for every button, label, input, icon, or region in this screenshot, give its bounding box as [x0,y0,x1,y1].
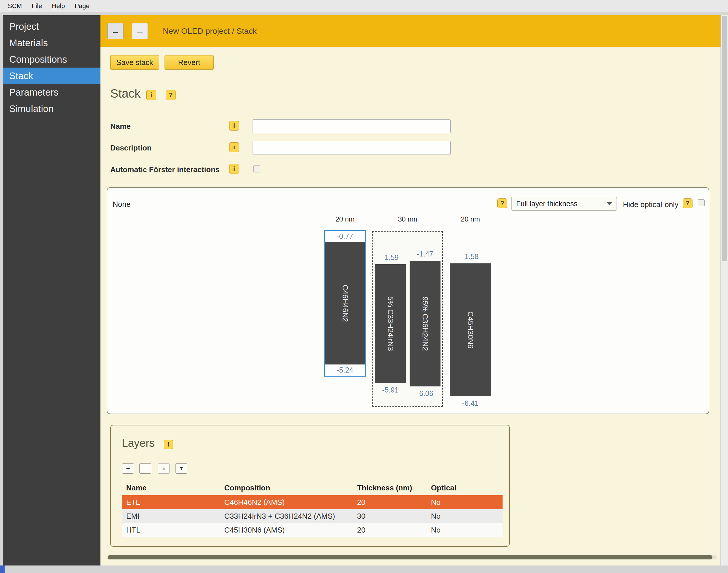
remove-layer-button[interactable]: - [139,463,151,474]
cell-optical: No [431,526,503,535]
energy-bottom-label-emi-host: -6.06 [410,389,441,398]
layers-panel: Layers i + - ▲ ▼ Name Composition Thickn… [110,425,510,547]
layers-info-icon[interactable]: i [164,440,173,449]
thickness-label-emi: 30 nm [372,215,443,223]
thickness-mode-value: Full layer thickness [516,200,578,208]
vertical-scrollbar-thumb[interactable] [722,16,727,261]
hide-optical-help-icon[interactable]: ? [683,198,692,208]
header-composition: Composition [224,483,357,492]
cell-optical: No [431,498,503,507]
forward-button[interactable]: → [132,23,148,39]
sidebar-item-simulation[interactable]: Simulation [3,101,101,117]
forster-label: Automatic Förster interactions [110,165,220,174]
revert-button[interactable]: Revert [165,55,214,69]
layers-table-header: Name Composition Thickness (nm) Optical [122,480,503,495]
thickness-label-etl: 20 nm [324,215,366,223]
layer-bar-emi-dopant[interactable]: 5% C33H24IrN3 [375,264,406,383]
energy-top-label-htl: -1.58 [450,252,491,261]
stack-info-icon[interactable]: i [146,90,156,100]
name-label: Name [110,122,131,131]
selection-label: None [113,200,130,209]
stack-help-icon[interactable]: ? [166,90,176,100]
diagram-help-icon[interactable]: ? [497,198,507,208]
layer-bar-name-etl: C46H46N2 [341,285,349,322]
forster-info-icon[interactable]: i [229,164,239,174]
cell-thickness: 30 [357,512,431,521]
hide-optical-checkbox[interactable] [698,199,705,206]
energy-top-label-etl: -0.77 [325,231,365,242]
cell-name: ETL [122,498,224,507]
vertical-scrollbar[interactable] [721,15,728,566]
main-area: ← → New OLED project / Stack Save stack … [101,15,721,566]
move-layer-up-button[interactable]: ▲ [158,463,170,474]
energy-bottom-label-htl: -6.41 [450,399,491,408]
back-button[interactable]: ← [107,23,123,39]
cell-composition: C45H30N6 (AMS) [224,526,357,535]
layer-bar-fill-etl: C46H46N2 [325,242,365,364]
table-row-htl[interactable]: HTL C45H30N6 (AMS) 20 No [122,523,503,537]
layer-bar-etl[interactable]: -0.77 C46H46N2 -5.24 [324,230,366,377]
cell-name: EMI [122,512,224,521]
cell-optical: No [431,512,503,521]
layer-bar-htl[interactable]: C45H30N6 [450,263,491,396]
name-input[interactable] [253,119,451,133]
sidebar-item-parameters[interactable]: Parameters [3,84,101,101]
layer-bar-name-emi-host: 95% C36H24N2 [421,297,430,351]
menu-item-page[interactable]: Page [70,0,94,12]
description-input[interactable] [253,141,451,155]
table-row-emi[interactable]: EMI C33H24IrN3 + C36H24N2 (AMS) 30 No [122,509,503,523]
stack-page-content: Save stack Revert Stack i ? Name i Descr… [101,47,721,566]
cell-composition: C46H46N2 (AMS) [224,498,357,507]
layers-table: Name Composition Thickness (nm) Optical … [122,480,503,537]
name-info-icon[interactable]: i [229,121,239,131]
cell-thickness: 20 [357,526,431,535]
back-arrow-icon: ← [111,26,120,36]
energy-top-label-emi-dopant: -1.59 [375,253,406,262]
thickness-mode-select[interactable]: Full layer thickness [511,197,617,211]
description-label: Description [110,144,152,153]
sidebar-item-materials[interactable]: Materials [3,35,101,51]
header-optical: Optical [431,483,503,492]
energy-bottom-label-etl: -5.24 [325,364,365,376]
thickness-label-htl: 20 nm [450,215,491,223]
status-bar [0,566,728,573]
cell-thickness: 20 [357,498,431,507]
sidebar-item-project[interactable]: Project [3,18,101,35]
menu-bar: SCM File Help Page [0,0,728,12]
cell-composition: C33H24IrN3 + C36H24N2 (AMS) [224,512,357,521]
hide-optical-label: Hide optical-only [623,200,678,209]
description-info-icon[interactable]: i [229,142,239,152]
page-title: Stack [110,87,141,101]
forward-arrow-icon: → [135,26,144,36]
table-row-etl[interactable]: ETL C46H46N2 (AMS) 20 No [122,495,503,509]
save-stack-button[interactable]: Save stack [110,55,159,69]
status-indicator [0,566,5,573]
header-name: Name [122,483,224,492]
stack-diagram-panel: None ? Full layer thickness Hide optical… [107,187,709,414]
layer-bar-name-htl: C45H30N6 [466,311,475,349]
layer-bar-emi-host[interactable]: 95% C36H24N2 [410,261,441,386]
sidebar: Project Materials Compositions Stack Par… [3,15,101,566]
cell-name: HTL [122,526,224,535]
layers-title: Layers [122,437,155,450]
breadcrumb: New OLED project / Stack [163,27,257,36]
horizontal-scrollbar[interactable] [107,555,717,560]
horizontal-scrollbar-thumb[interactable] [108,555,713,560]
menu-item-file[interactable]: File [27,0,47,12]
menu-item-scm[interactable]: SCM [3,0,27,12]
menu-item-help[interactable]: Help [47,0,69,12]
energy-bottom-label-emi-dopant: -5.91 [375,386,406,394]
move-layer-down-button[interactable]: ▼ [175,463,187,474]
add-layer-button[interactable]: + [122,463,134,474]
sidebar-item-compositions[interactable]: Compositions [3,51,101,67]
page-header: ← → New OLED project / Stack [101,15,721,47]
layer-bar-name-emi-dopant: 5% C33H24IrN3 [386,296,395,351]
forster-checkbox[interactable] [254,165,260,172]
header-thickness: Thickness (nm) [357,483,431,492]
sidebar-item-stack[interactable]: Stack [3,67,101,84]
chevron-down-icon [607,202,612,205]
energy-top-label-emi-host: -1.47 [410,250,441,258]
